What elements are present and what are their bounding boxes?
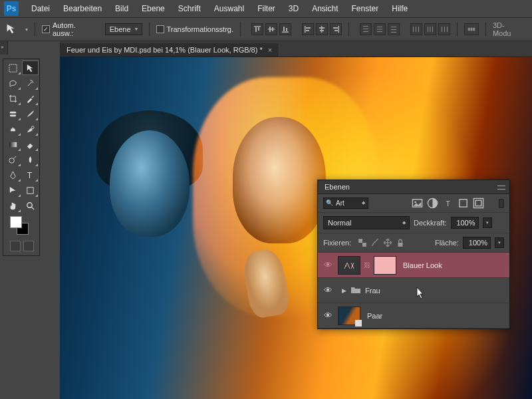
svg-rect-11: [306, 30, 309, 31]
auto-select-target-select[interactable]: Ebene: [105, 23, 142, 35]
color-swatches[interactable]: [5, 213, 39, 237]
filter-shape-icon[interactable]: [458, 198, 469, 208]
svg-rect-24: [391, 27, 396, 27]
panel-menu-icon[interactable]: [497, 184, 505, 191]
close-document-icon[interactable]: ×: [268, 46, 272, 54]
filter-smart-icon[interactable]: [473, 198, 484, 208]
history-brush-tool-icon[interactable]: [22, 122, 39, 136]
marquee-tool-icon[interactable]: [5, 61, 21, 75]
pen-tool-icon[interactable]: [5, 168, 21, 182]
layer-row[interactable]: 👁 ⛓ Blauer Look: [318, 253, 509, 278]
filter-toggle-switch[interactable]: [499, 199, 504, 208]
shape-tool-icon[interactable]: [22, 183, 39, 198]
opacity-dropdown-icon[interactable]: ▾: [483, 217, 492, 228]
fill-dropdown-icon[interactable]: ▾: [495, 237, 504, 248]
menu-file[interactable]: Datei: [25, 1, 56, 16]
svg-rect-54: [358, 239, 362, 243]
distribute-right-icon[interactable]: [438, 23, 450, 35]
layers-panel-tab[interactable]: Ebenen: [318, 180, 509, 194]
align-right-icon[interactable]: [330, 23, 342, 35]
menu-type[interactable]: Schrift: [172, 1, 207, 16]
quick-mask-icon[interactable]: [10, 241, 21, 251]
dodge-tool-icon[interactable]: [5, 152, 21, 167]
screen-mode-icon[interactable]: [23, 241, 34, 251]
layer-filter-select[interactable]: Art: [323, 198, 368, 209]
eyedropper-tool-icon[interactable]: [22, 91, 39, 106]
distribute-vcenter-icon[interactable]: [374, 23, 386, 35]
lasso-tool-icon[interactable]: [5, 76, 21, 90]
menu-select[interactable]: Auswahl: [208, 1, 250, 16]
distribute-left-icon[interactable]: [410, 23, 422, 35]
lock-pixels-icon[interactable]: [370, 238, 380, 247]
align-bottom-icon[interactable]: [279, 23, 291, 35]
mask-link-icon[interactable]: ⛓: [362, 261, 372, 269]
svg-rect-38: [473, 28, 475, 31]
auto-select-checkbox[interactable]: ✓Autom. ausw.:: [42, 21, 98, 37]
menu-edit[interactable]: Bearbeiten: [57, 1, 108, 16]
opacity-input[interactable]: 100%: [451, 217, 479, 229]
zoom-tool-icon[interactable]: [22, 198, 39, 213]
collapsed-dock-icon[interactable]: [0, 41, 8, 55]
mask-thumb[interactable]: [374, 256, 396, 275]
filter-type-icon[interactable]: T: [442, 198, 454, 208]
align-vcenter-icon[interactable]: [265, 23, 277, 35]
group-disclosure-icon[interactable]: ▶: [338, 287, 350, 294]
svg-point-57: [345, 265, 346, 267]
distribute-top-icon[interactable]: [360, 23, 372, 35]
auto-align-icon[interactable]: [464, 23, 479, 35]
tool-preset-dropdown-icon[interactable]: ▾: [25, 27, 28, 33]
gradient-tool-icon[interactable]: [5, 137, 21, 152]
menu-3d[interactable]: 3D: [283, 1, 305, 16]
healing-brush-tool-icon[interactable]: [5, 106, 21, 121]
filter-adjustment-icon[interactable]: [427, 198, 438, 208]
lock-transparency-icon[interactable]: [358, 238, 367, 247]
menu-image[interactable]: Bild: [109, 1, 134, 16]
move-tool-icon[interactable]: [22, 61, 39, 75]
hand-tool-icon[interactable]: [5, 198, 21, 213]
visibility-toggle-icon[interactable]: 👁: [318, 260, 338, 270]
align-left-icon[interactable]: [302, 23, 314, 35]
document-tab[interactable]: Feuer und Eis by MDI.psd bei 14,1% (Blau…: [60, 43, 279, 57]
type-tool-icon[interactable]: T: [22, 168, 39, 182]
magic-wand-tool-icon[interactable]: [22, 76, 39, 90]
layer-row[interactable]: 👁 ▶ Frau: [318, 278, 509, 303]
layer-name[interactable]: Paar: [360, 312, 382, 320]
distribute-hcenter-icon[interactable]: [424, 23, 436, 35]
brush-tool-icon[interactable]: [22, 106, 39, 121]
svg-rect-27: [413, 27, 414, 32]
menu-help[interactable]: Hilfe: [386, 1, 414, 16]
align-top-icon[interactable]: [251, 23, 263, 35]
menu-filter[interactable]: Filter: [251, 1, 281, 16]
menu-layer[interactable]: Ebene: [136, 1, 171, 16]
clone-stamp-tool-icon[interactable]: [5, 122, 21, 136]
fill-input[interactable]: 100%: [463, 237, 491, 249]
visibility-toggle-icon[interactable]: 👁: [318, 285, 338, 295]
layer-name[interactable]: Frau: [364, 287, 380, 295]
blur-tool-icon[interactable]: [22, 152, 39, 167]
svg-rect-56: [398, 243, 403, 247]
transform-controls-checkbox[interactable]: Transformationsstrg.: [156, 25, 233, 33]
svg-rect-36: [468, 28, 470, 31]
svg-rect-32: [432, 27, 433, 32]
filter-pixel-icon[interactable]: [412, 198, 423, 208]
foreground-swatch[interactable]: [10, 216, 22, 228]
visibility-toggle-icon[interactable]: 👁: [318, 311, 338, 321]
crop-tool-icon[interactable]: [5, 91, 21, 106]
layer-thumb[interactable]: [338, 307, 360, 325]
layer-name[interactable]: Blauer Look: [396, 261, 442, 269]
svg-rect-7: [283, 27, 285, 31]
adjustment-thumb-icon[interactable]: [338, 256, 360, 275]
lock-all-icon[interactable]: [396, 238, 405, 247]
svg-rect-43: [9, 142, 17, 147]
layer-row[interactable]: 👁 Paar: [318, 303, 509, 329]
path-selection-tool-icon[interactable]: [5, 183, 21, 198]
svg-rect-18: [363, 26, 368, 27]
eraser-tool-icon[interactable]: [22, 137, 39, 152]
menu-window[interactable]: Fenster: [346, 1, 385, 16]
distribute-bottom-icon[interactable]: [388, 23, 400, 35]
blend-mode-select[interactable]: Normal: [323, 216, 410, 229]
menu-view[interactable]: Ansicht: [306, 1, 344, 16]
align-hcenter-icon[interactable]: [316, 23, 328, 35]
lock-position-icon[interactable]: [383, 238, 392, 247]
svg-rect-15: [338, 26, 340, 33]
